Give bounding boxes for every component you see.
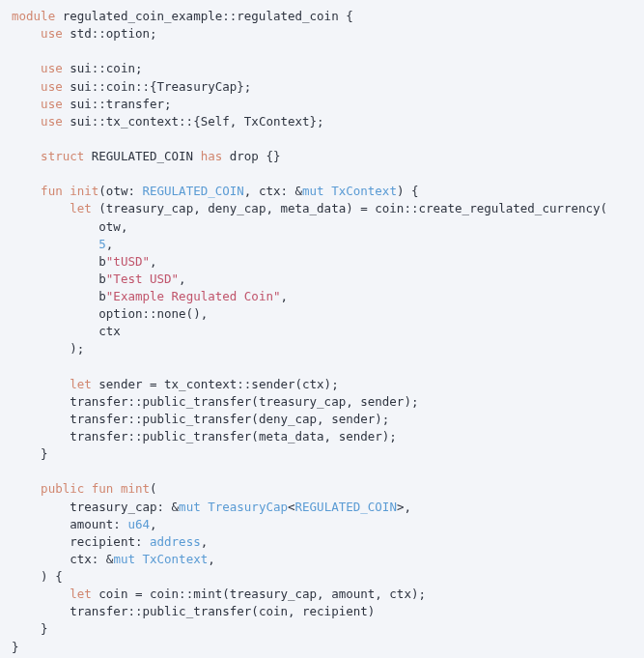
code-text: ) {: [397, 184, 419, 198]
code-text: b: [98, 289, 106, 303]
code-text: transfer::public_transfer(deny_cap, send…: [70, 412, 389, 426]
code-text: b: [98, 272, 106, 286]
code-text: >,: [397, 500, 411, 514]
kw-let: let: [70, 586, 92, 601]
code-text: , ctx: &: [244, 184, 302, 198]
code-text: ,: [208, 552, 215, 566]
code-text: sui::tx_context::{Self, TxContext};: [63, 114, 324, 129]
code-text: ,: [150, 517, 157, 531]
code-text: drop {}: [222, 149, 280, 163]
kw-mut: mut: [179, 500, 201, 514]
code-text: sui::coin::{TreasuryCap};: [63, 79, 252, 94]
code-text: REGULATED_COIN: [84, 149, 200, 163]
type: TxContext: [331, 184, 397, 198]
string-literal: "Test USD": [106, 272, 179, 286]
type: REGULATED_COIN: [142, 184, 243, 198]
kw-mut: mut: [113, 552, 135, 566]
code-block: module regulated_coin_example::regulated…: [12, 8, 632, 656]
code-text: transfer::public_transfer(coin, recipien…: [70, 604, 375, 618]
kw-use: use: [41, 114, 63, 129]
kw-has: has: [201, 149, 223, 163]
space: [113, 481, 121, 496]
code-text: ,: [280, 289, 288, 303]
kw-let: let: [70, 201, 92, 215]
number-literal: 5: [98, 237, 106, 251]
code-text: }: [41, 446, 48, 461]
kw-struct: struct: [41, 149, 84, 163]
type: TxContext: [142, 552, 208, 566]
code-text: ctx: &: [70, 552, 113, 566]
kw-use: use: [41, 61, 63, 75]
code-text: ,: [150, 254, 157, 269]
code-text: otw,: [98, 219, 127, 234]
code-text: }: [12, 640, 19, 654]
kw-use: use: [41, 79, 63, 94]
kw-let: let: [70, 377, 92, 391]
kw-use: use: [41, 26, 63, 41]
code-text: std::option;: [63, 26, 157, 41]
code-text: }: [41, 621, 48, 636]
code-text: option::none(),: [98, 306, 208, 321]
code-text: ) {: [41, 569, 63, 584]
kw-fun: fun: [92, 481, 114, 496]
space: [84, 481, 92, 496]
code-text: (otw:: [98, 184, 142, 198]
code-text: coin = coin::mint(treasury_cap, amount, …: [92, 586, 426, 601]
code-text: ctx: [98, 324, 121, 338]
code-text: amount:: [70, 517, 127, 531]
code-text: transfer::public_transfer(meta_data, sen…: [70, 429, 397, 443]
code-text: ,: [106, 237, 114, 251]
code-text: ,: [179, 272, 186, 286]
code-text: treasury_cap: &: [70, 500, 179, 514]
type: TreasuryCap: [208, 500, 288, 514]
code-text: b: [98, 254, 106, 269]
kw-use: use: [41, 97, 63, 111]
code-text: (treasury_cap, deny_cap, meta_data) = co…: [92, 201, 607, 215]
string-literal: "Example Regulated Coin": [106, 289, 281, 303]
code-text: transfer::public_transfer(treasury_cap, …: [70, 394, 418, 409]
kw-fun: fun: [41, 184, 63, 198]
code-text: ,: [201, 534, 209, 549]
type: u64: [127, 517, 150, 531]
string-literal: "tUSD": [106, 254, 150, 269]
code-text: (: [150, 481, 157, 496]
fn-mint: mint: [121, 481, 150, 496]
code-text: recipient:: [70, 534, 150, 549]
code-text: <: [288, 500, 295, 514]
code-text: regulated_coin_example::regulated_coin {: [55, 9, 353, 23]
code-text: sui::transfer;: [63, 97, 172, 111]
kw-module: module: [12, 9, 55, 23]
code-text: sender = tx_context::sender(ctx);: [92, 377, 339, 391]
kw-mut: mut: [302, 184, 324, 198]
fn-init: init: [70, 184, 98, 198]
type: address: [150, 534, 201, 549]
type: REGULATED_COIN: [295, 500, 397, 514]
kw-public: public: [41, 481, 84, 496]
code-text: );: [70, 341, 84, 356]
code-text: sui::coin;: [63, 61, 143, 75]
